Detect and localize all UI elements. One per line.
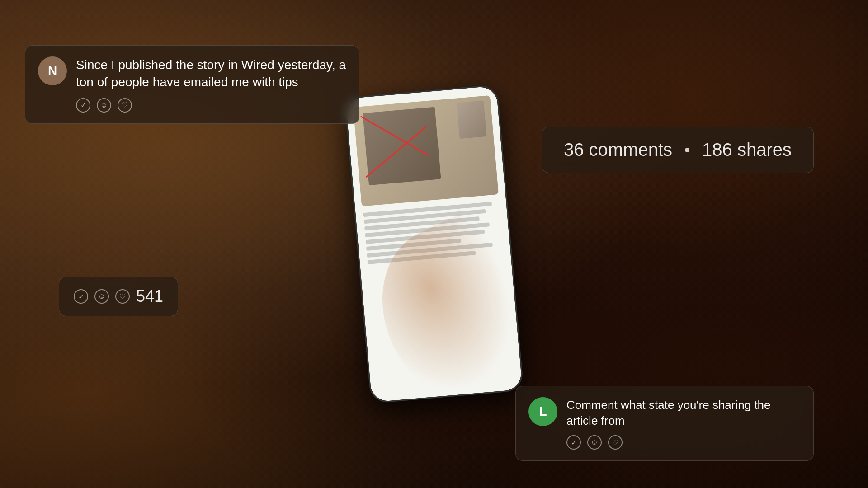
shares-count: 186 shares — [702, 140, 792, 160]
phone-screen — [345, 86, 522, 403]
article-image — [353, 95, 499, 206]
reactions-count-card: ✓ ☺ ♡ 541 — [59, 277, 178, 316]
reaction-icons-bottom[interactable]: ✓ ☺ ♡ — [566, 435, 801, 450]
reaction-heart[interactable]: ♡ — [118, 98, 132, 113]
card-content-bottom: Comment what state you're sharing the ar… — [566, 397, 801, 450]
comment-text-bottom: Comment what state you're sharing the ar… — [566, 397, 801, 429]
reaction-check[interactable]: ✓ — [76, 98, 90, 113]
comment-card-bottom: L Comment what state you're sharing the … — [515, 386, 814, 461]
reaction-smile[interactable]: ☺ — [97, 98, 111, 113]
reaction-smile-2[interactable]: ☺ — [94, 289, 109, 304]
stat-dot — [685, 148, 689, 152]
stats-card: 36 comments 186 shares — [542, 127, 814, 173]
phone-body — [344, 84, 524, 404]
comment-card-top: N Since I published the story in Wired y… — [25, 45, 359, 124]
reaction-check-2[interactable]: ✓ — [74, 289, 88, 304]
reaction-smile-3[interactable]: ☺ — [587, 435, 602, 450]
reaction-icons-top[interactable]: ✓ ☺ ♡ — [76, 98, 346, 113]
reactions-total: 541 — [136, 287, 163, 306]
card-content-top: Since I published the story in Wired yes… — [76, 56, 346, 113]
article-text — [362, 199, 504, 269]
article-photo-thumb — [457, 100, 487, 139]
reaction-check-3[interactable]: ✓ — [566, 435, 581, 450]
reaction-heart-3[interactable]: ♡ — [608, 435, 623, 450]
comment-text-top: Since I published the story in Wired yes… — [76, 56, 346, 91]
avatar-n: N — [38, 56, 67, 85]
phone — [344, 84, 524, 404]
comments-count: 36 comments — [564, 140, 672, 160]
avatar-l: L — [528, 397, 557, 426]
reaction-heart-2[interactable]: ♡ — [115, 289, 130, 304]
